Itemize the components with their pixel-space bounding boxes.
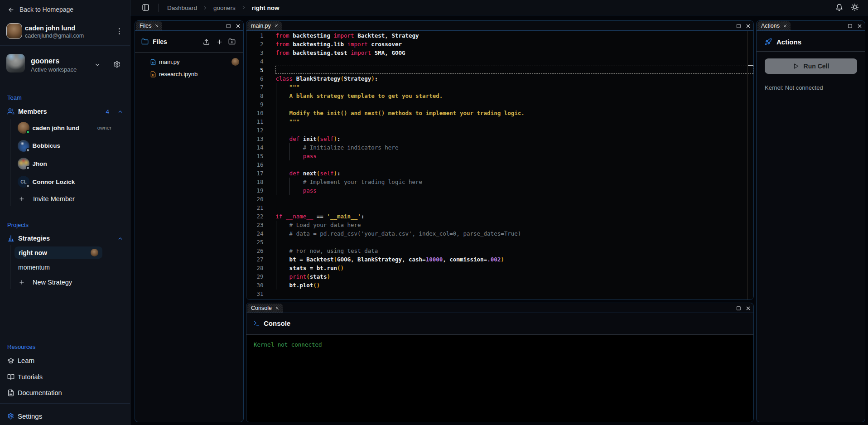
close-icon[interactable]	[857, 23, 863, 29]
tab-main-py[interactable]: main.py	[247, 21, 282, 30]
code-line-7: 7 """	[246, 83, 753, 92]
file-code-icon	[150, 71, 156, 77]
close-icon[interactable]	[235, 23, 241, 29]
breadcrumb-item-gooners[interactable]: gooners	[213, 5, 236, 11]
breadcrumb-item-right-now[interactable]: right now	[252, 5, 280, 11]
run-cell-button[interactable]: Run Cell	[765, 58, 857, 74]
editor-scrollbar-thumb[interactable]	[748, 65, 754, 66]
line-number: 17	[246, 169, 264, 178]
invite-member-button[interactable]: Invite Member	[19, 195, 75, 203]
members-collapse-chevron-icon[interactable]	[117, 109, 123, 115]
code-line-9: 9	[246, 100, 753, 109]
code-line-22: 22if __name__ == '__main__':	[246, 212, 753, 221]
code-line-16: 16	[246, 160, 753, 169]
workspace-switcher-chevron-icon[interactable]	[94, 62, 101, 68]
profile-menu-button[interactable]	[116, 27, 122, 35]
member-row-Jhon[interactable]: Jhon	[18, 155, 122, 173]
sidebar-divider	[0, 45, 130, 46]
tab-actions[interactable]: Actions	[757, 21, 791, 30]
theme-toggle-sun-icon[interactable]	[851, 3, 859, 11]
close-icon[interactable]	[745, 23, 751, 29]
workspace-avatar[interactable]	[6, 54, 25, 72]
strategies-indent-guide	[10, 245, 10, 289]
line-number: 29	[246, 272, 264, 281]
sidebar-item-learn[interactable]: Learn	[7, 357, 34, 364]
strategies-header[interactable]: Strategies	[7, 235, 123, 242]
new-strategy-button[interactable]: New Strategy	[19, 279, 72, 286]
breadcrumb-item-Dashboard[interactable]: Dashboard	[167, 5, 197, 11]
resource-label: Tutorials	[18, 373, 43, 381]
member-row-caden-john-lund[interactable]: caden john lundowner	[18, 119, 122, 137]
line-number: 25	[246, 238, 264, 246]
strategy-item-momentum[interactable]: momentum	[18, 264, 50, 271]
line-number: 1	[246, 31, 264, 40]
new-folder-icon[interactable]	[228, 38, 236, 45]
member-status-dot-online	[26, 130, 30, 134]
indent-guide	[276, 160, 276, 169]
maximize-icon[interactable]	[848, 24, 853, 29]
close-icon[interactable]	[274, 24, 279, 28]
files-header: Files	[135, 36, 243, 48]
member-avatar	[18, 122, 29, 134]
member-name: Jhon	[33, 160, 47, 167]
members-header[interactable]: Members 4	[7, 108, 123, 115]
line-number: 8	[246, 92, 264, 100]
file-text-icon	[7, 389, 14, 396]
maximize-icon[interactable]	[736, 306, 741, 311]
resources-section-label: Resources	[7, 343, 35, 350]
strategy-name: right now	[19, 249, 47, 256]
close-icon[interactable]	[154, 24, 159, 28]
notifications-bell-icon[interactable]	[835, 4, 843, 11]
user-name: caden john lund	[25, 24, 75, 32]
code-line-12: 12	[246, 126, 753, 135]
code-line-3: 3from backtesting.test import SMA, GOOG	[246, 48, 753, 57]
back-to-homepage-button[interactable]: Back to Homepage	[8, 6, 73, 13]
member-name: Connor Lozick	[33, 179, 75, 185]
breadcrumb: Dashboardgoonersright now	[167, 0, 280, 15]
editor-scrollbar-track	[747, 31, 748, 299]
close-icon[interactable]	[783, 24, 787, 28]
run-cell-label: Run Cell	[804, 63, 829, 70]
graduation-cap-icon	[7, 357, 14, 364]
file-row-research.ipynb[interactable]: research.ipynb	[135, 68, 243, 80]
code-line-8: 8 A blank strategy template to get you s…	[246, 92, 753, 100]
code-line-20: 20	[246, 195, 753, 203]
line-number: 24	[246, 229, 264, 238]
workspace-settings-gear-icon[interactable]	[113, 61, 121, 68]
member-avatar: CL	[18, 176, 29, 188]
code-line-27: 27 bt = Backtest(GOOG, BlankStrategy, ca…	[246, 255, 753, 264]
member-row-Bobbicus[interactable]: Bobbicus	[18, 137, 122, 155]
sidebar: Back to Homepage caden john lund cadenjl…	[0, 0, 130, 425]
maximize-icon[interactable]	[736, 24, 741, 29]
breadcrumb-separator	[241, 5, 246, 10]
strategies-collapse-chevron-icon[interactable]	[117, 236, 123, 241]
strategy-item-right-now[interactable]: right now	[14, 246, 102, 259]
file-list: main.pyresearch.ipynb	[135, 56, 243, 80]
workspace-subtitle: Active workspace	[31, 66, 77, 73]
maximize-icon[interactable]	[226, 24, 231, 29]
tab-console[interactable]: Console	[247, 304, 283, 313]
console-output-area[interactable]: Kernel not connected	[246, 335, 753, 422]
tab-files[interactable]: Files	[136, 21, 162, 30]
sidebar-item-tutorials[interactable]: Tutorials	[7, 373, 43, 381]
user-avatar[interactable]	[6, 23, 22, 39]
sidebar-item-documentation[interactable]: Documentation	[7, 389, 62, 396]
file-row-main.py[interactable]: main.py	[135, 56, 243, 68]
code-line-28: 28 stats = bt.run()	[246, 264, 753, 272]
close-icon[interactable]	[275, 306, 280, 310]
code-line-11: 11 """	[246, 117, 753, 126]
sidebar-toggle-icon[interactable]	[142, 4, 149, 11]
member-avatar	[18, 158, 29, 169]
upload-icon[interactable]	[203, 39, 210, 45]
sidebar-divider	[0, 403, 130, 404]
code-line-29: 29 print(stats)	[246, 272, 753, 281]
member-row-Connor-Lozick[interactable]: CLConnor Lozick	[18, 173, 122, 191]
file-presence-avatar	[231, 58, 239, 66]
close-icon[interactable]	[745, 305, 751, 311]
code-editor[interactable]: 1from backtesting import Backtest, Strat…	[246, 31, 753, 299]
file-name: research.ipynb	[159, 71, 198, 77]
settings-button[interactable]: Settings	[7, 412, 42, 420]
new-file-plus-icon[interactable]	[216, 39, 223, 45]
plus-icon	[19, 279, 25, 285]
line-number: 2	[246, 40, 264, 48]
